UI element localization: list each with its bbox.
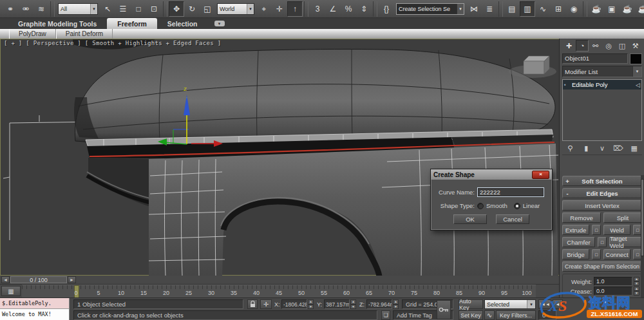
cancel-button[interactable]: Cancel bbox=[496, 214, 529, 224]
select-and-move-icon[interactable]: ✥ bbox=[169, 1, 184, 17]
soft-selection-rollout[interactable]: + Soft Selection bbox=[562, 176, 642, 186]
modifier-stack[interactable]: ▪Editable Poly◁ bbox=[562, 79, 642, 141]
align-icon[interactable]: ≣ bbox=[482, 1, 497, 17]
hierarchy-tab[interactable]: ⚯ bbox=[589, 40, 602, 52]
timeline-ruler[interactable]: 0510152025303540455055606570758085909510… bbox=[22, 285, 536, 298]
select-and-link-icon[interactable]: ⚭ bbox=[3, 1, 18, 17]
edit-edges-rollout[interactable]: - Edit Edges bbox=[562, 188, 642, 198]
chevron-down-icon[interactable]: ▼ bbox=[527, 300, 535, 308]
bridge-settings-icon[interactable]: □ bbox=[592, 249, 601, 259]
render-setup-icon[interactable]: ☕ bbox=[589, 1, 604, 17]
weight-field[interactable]: 1.0 bbox=[594, 277, 632, 286]
snaps-toggle-icon[interactable]: 3 bbox=[310, 1, 325, 17]
connect-button[interactable]: Connect bbox=[603, 249, 630, 259]
bind-to-space-warp-icon[interactable]: ≋ bbox=[33, 1, 49, 17]
rectangular-selection-region-icon[interactable]: □ bbox=[131, 1, 146, 17]
window-crossing-icon[interactable]: ⊡ bbox=[146, 1, 162, 17]
selection-filter-dropdown[interactable]: All▼ bbox=[58, 3, 98, 15]
manage-layers-icon[interactable]: ▤ bbox=[504, 1, 520, 17]
angle-snap-toggle-icon[interactable]: ∠ bbox=[325, 1, 341, 17]
create-tab[interactable]: ✚ bbox=[562, 40, 576, 52]
create-shape-from-selection-button[interactable]: Create Shape From Selection bbox=[562, 261, 642, 272]
rendered-frame-window-icon[interactable]: ▣ bbox=[604, 1, 620, 17]
render-production-icon[interactable]: ☕ bbox=[620, 1, 635, 17]
chamfer-button[interactable]: Chamfer bbox=[562, 237, 595, 247]
render-iterative-icon[interactable]: ☕ bbox=[635, 1, 644, 17]
set-key-button[interactable]: Set Key bbox=[459, 310, 483, 320]
auto-key-button[interactable]: Auto Key bbox=[459, 299, 483, 309]
z-spinner[interactable]: ▲▼ bbox=[393, 299, 399, 309]
curve-name-input[interactable] bbox=[477, 187, 544, 197]
mirror-icon[interactable]: ⋈ bbox=[466, 1, 482, 17]
scrollbar-thumb[interactable] bbox=[641, 179, 644, 256]
ribbon-subtab-polydraw[interactable]: PolyDraw bbox=[9, 29, 56, 39]
reference-coordinate-system-dropdown[interactable]: World▼ bbox=[217, 3, 254, 15]
close-icon[interactable]: × bbox=[532, 171, 549, 179]
previous-frame-arrow[interactable]: ◄ bbox=[1, 276, 10, 283]
viewcube[interactable] bbox=[509, 56, 556, 78]
material-editor-icon[interactable]: ◉ bbox=[566, 1, 582, 17]
ribbon-tab-graphite-modeling-tools[interactable]: Graphite Modeling Tools bbox=[8, 18, 107, 29]
key-filters-button[interactable]: Key Filters... bbox=[496, 310, 536, 320]
ribbon-tab-freeform[interactable]: Freeform bbox=[107, 18, 157, 29]
chevron-down-icon[interactable]: ▼ bbox=[457, 4, 464, 14]
extrude-settings-icon[interactable]: □ bbox=[592, 225, 601, 235]
perspective-viewport[interactable]: [ + ] [ Perspective ] [ Smooth + Highlig… bbox=[0, 39, 559, 276]
edit-named-selection-sets-icon[interactable]: {} bbox=[379, 1, 394, 17]
model-body[interactable] bbox=[75, 49, 555, 142]
chevron-down-icon[interactable]: ▼ bbox=[90, 4, 97, 14]
shape-type-smooth-radio[interactable]: Smooth bbox=[477, 202, 507, 209]
modifier-list-dropdown[interactable]: Modifier List ▼ bbox=[562, 66, 642, 77]
key-mode-dropdown[interactable]: Selected▼ bbox=[484, 299, 536, 309]
motion-tab[interactable]: ◎ bbox=[602, 40, 616, 52]
select-by-name-icon[interactable]: ☰ bbox=[115, 1, 131, 17]
next-frame-arrow[interactable]: ► bbox=[68, 276, 76, 283]
bridge-button[interactable]: Bridge bbox=[562, 249, 589, 259]
configure-modifier-sets-icon[interactable]: ▦ bbox=[629, 144, 640, 153]
show-end-result-icon[interactable]: ▮ bbox=[580, 144, 592, 153]
set-keys-key-icon[interactable] bbox=[437, 300, 451, 319]
x-coordinate-field[interactable]: -1806.428 bbox=[281, 299, 307, 309]
x-spinner[interactable]: ▲▼ bbox=[308, 299, 314, 309]
maxscript-listener-pink[interactable]: $.EditablePoly. bbox=[0, 298, 70, 309]
spinner-snap-toggle-icon[interactable]: ⇕ bbox=[356, 1, 372, 17]
graphite-ribbon-toggle-icon[interactable]: ▥ bbox=[520, 1, 535, 17]
extrude-button[interactable]: Extrude bbox=[562, 225, 589, 235]
remove-modifier-icon[interactable]: ⌦ bbox=[612, 144, 624, 153]
chamfer-settings-icon[interactable]: □ bbox=[598, 237, 607, 247]
keyboard-shortcut-override-icon[interactable]: ↑ bbox=[287, 1, 303, 17]
default-in-out-tangents-icon[interactable]: ∿ bbox=[484, 310, 495, 320]
display-tab[interactable]: ◫ bbox=[616, 40, 629, 52]
viewport-canvas[interactable]: Z bbox=[1, 39, 560, 276]
select-and-manipulate-icon[interactable]: ✛ bbox=[272, 1, 287, 17]
insert-vertex-button[interactable]: Insert Vertex bbox=[562, 200, 642, 211]
object-color-swatch[interactable] bbox=[630, 53, 642, 64]
select-object-icon[interactable]: ↖ bbox=[100, 1, 115, 17]
modify-tab[interactable]: ◔ bbox=[576, 40, 589, 52]
schematic-view-icon[interactable]: ⊞ bbox=[551, 1, 566, 17]
target-weld-button[interactable]: Target Weld bbox=[609, 237, 642, 247]
ribbon-subtab-paint-deform[interactable]: Paint Deform bbox=[56, 29, 113, 39]
use-pivot-point-icon[interactable]: ⌖ bbox=[256, 1, 272, 17]
remove-button[interactable]: Remove bbox=[562, 212, 601, 223]
pin-stack-icon[interactable]: ⚲ bbox=[564, 144, 576, 153]
y-coordinate-field[interactable]: 387.157mm bbox=[324, 299, 350, 309]
frame-counter[interactable]: 0 / 100 bbox=[10, 276, 67, 283]
shape-type-linear-radio[interactable]: Linear bbox=[514, 202, 540, 209]
select-and-rotate-icon[interactable]: ↻ bbox=[184, 1, 200, 17]
dialog-titlebar[interactable]: Create Shape × bbox=[431, 169, 552, 180]
named-selection-set-dropdown[interactable]: Create Selection Se▼ bbox=[396, 3, 464, 15]
viewport-label[interactable]: [ + ] [ Perspective ] [ Smooth + Highlig… bbox=[4, 40, 221, 46]
ok-button[interactable]: OK bbox=[453, 214, 487, 224]
chevron-down-icon[interactable]: ▼ bbox=[632, 66, 641, 77]
time-tag-icon[interactable]: ❏ bbox=[381, 310, 390, 320]
object-name-field[interactable]: Object01 bbox=[562, 53, 628, 64]
z-coordinate-field[interactable]: -782.964m bbox=[366, 299, 392, 309]
ribbon-collapse-icon[interactable]: ▼ bbox=[214, 21, 225, 26]
unlink-selection-icon[interactable]: ⚮ bbox=[18, 1, 33, 17]
weld-button[interactable]: Weld bbox=[603, 225, 630, 235]
split-button[interactable]: Split bbox=[603, 212, 642, 223]
weight-spinner[interactable]: ▲▼ bbox=[634, 277, 639, 286]
track-bar[interactable]: ◄ 0 / 100 ► bbox=[0, 276, 559, 285]
editable-poly-model[interactable] bbox=[3, 39, 558, 276]
